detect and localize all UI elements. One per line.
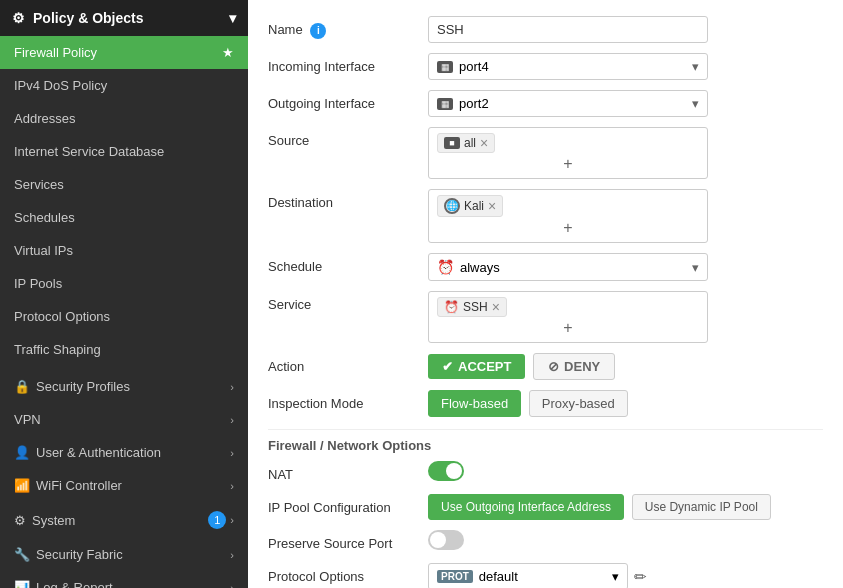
use-outgoing-btn[interactable]: Use Outgoing Interface Address — [428, 494, 624, 520]
lock-icon: 🔒 — [14, 379, 30, 394]
protocol-options-row: Protocol Options PROT default ▾ ✏ — [268, 563, 823, 588]
gear-icon: ⚙ — [14, 513, 26, 528]
schedule-dropdown[interactable]: ⏰ always ▾ — [428, 253, 708, 281]
destination-control: 🌐 Kali × + — [428, 189, 823, 243]
service-add-btn[interactable]: + — [437, 319, 699, 337]
edit-protocol-btn[interactable]: ✏ — [634, 568, 647, 586]
sidebar-item-label: System — [32, 513, 75, 528]
protocol-options-dropdown[interactable]: PROT default ▾ — [428, 563, 628, 588]
sidebar-item-security-profiles[interactable]: 🔒 Security Profiles › — [0, 370, 248, 403]
dropdown-arrow-icon: ▾ — [612, 569, 619, 584]
sidebar-item-label: User & Authentication — [36, 445, 161, 460]
destination-add-btn[interactable]: + — [437, 219, 699, 237]
nat-toggle[interactable] — [428, 461, 464, 481]
use-dynamic-btn[interactable]: Use Dynamic IP Pool — [632, 494, 771, 520]
source-control: ■ all × + — [428, 127, 823, 179]
sidebar-item-system[interactable]: ⚙ System 1 › — [0, 502, 248, 538]
sidebar-item-log-report[interactable]: 📊 Log & Report › — [0, 571, 248, 588]
destination-remove-btn[interactable]: × — [488, 199, 496, 213]
sidebar-item-services[interactable]: Services — [0, 168, 248, 201]
source-row: Source ■ all × + — [268, 127, 823, 179]
log-icon: 📊 — [14, 580, 30, 588]
accept-button[interactable]: ✔ ACCEPT — [428, 354, 525, 379]
source-tag-box[interactable]: ■ all × + — [428, 127, 708, 179]
nat-control — [428, 461, 823, 484]
sidebar-item-user-auth[interactable]: 👤 User & Authentication › — [0, 436, 248, 469]
sidebar-item-protocol-options[interactable]: Protocol Options — [0, 300, 248, 333]
sidebar-header-left: ⚙ Policy & Objects — [12, 10, 143, 26]
destination-tag-box[interactable]: 🌐 Kali × + — [428, 189, 708, 243]
service-remove-btn[interactable]: × — [492, 300, 500, 314]
sidebar-item-traffic-shaping[interactable]: Traffic Shaping — [0, 333, 248, 366]
outgoing-interface-dropdown[interactable]: ▦ port2 ▾ — [428, 90, 708, 117]
sidebar-item-label: Schedules — [14, 210, 75, 225]
sidebar-item-ip-pools[interactable]: IP Pools — [0, 267, 248, 300]
checkmark-icon: ✔ — [442, 359, 453, 374]
schedule-value: always — [460, 260, 500, 275]
destination-row: Destination 🌐 Kali × + — [268, 189, 823, 243]
sidebar-item-firewall-policy[interactable]: Firewall Policy ★ — [0, 36, 248, 69]
deny-button[interactable]: ⊘ DENY — [533, 353, 615, 380]
dropdown-arrow-icon: ▾ — [692, 59, 699, 74]
sidebar-item-vpn[interactable]: VPN › — [0, 403, 248, 436]
sidebar-item-internet-service-db[interactable]: Internet Service Database — [0, 135, 248, 168]
schedule-control: ⏰ always ▾ — [428, 253, 823, 281]
sidebar-item-addresses[interactable]: Addresses — [0, 102, 248, 135]
flow-based-button[interactable]: Flow-based — [428, 390, 521, 417]
sidebar: ⚙ Policy & Objects ▾ Firewall Policy ★ I… — [0, 0, 248, 588]
action-control: ✔ ACCEPT ⊘ DENY — [428, 353, 823, 380]
incoming-interface-row: Incoming Interface ▦ port4 ▾ — [268, 53, 823, 80]
chevron-right-icon: › — [230, 447, 234, 459]
ip-pool-row: IP Pool Configuration Use Outgoing Inter… — [268, 494, 823, 520]
outgoing-interface-value: port2 — [459, 96, 489, 111]
sidebar-item-ipv4-dos[interactable]: IPv4 DoS Policy — [0, 69, 248, 102]
preserve-source-port-row: Preserve Source Port — [268, 530, 823, 553]
outgoing-interface-control: ▦ port2 ▾ — [428, 90, 823, 117]
sidebar-item-label: Addresses — [14, 111, 75, 126]
sidebar-item-security-fabric[interactable]: 🔧 Security Fabric › — [0, 538, 248, 571]
nat-row: NAT — [268, 461, 823, 484]
preserve-source-port-toggle[interactable] — [428, 530, 464, 550]
sidebar-item-label: WiFi Controller — [36, 478, 122, 493]
fabric-icon: 🔧 — [14, 547, 30, 562]
outgoing-interface-row: Outgoing Interface ▦ port2 ▾ — [268, 90, 823, 117]
chevron-right-icon: › — [230, 549, 234, 561]
destination-label: Destination — [268, 189, 428, 210]
source-tag: ■ all × — [437, 133, 495, 153]
incoming-interface-value: port4 — [459, 59, 489, 74]
sidebar-item-label: Security Profiles — [36, 379, 130, 394]
sidebar-item-schedules[interactable]: Schedules — [0, 201, 248, 234]
inspection-mode-label: Inspection Mode — [268, 390, 428, 411]
wifi-icon: 📶 — [14, 478, 30, 493]
source-remove-btn[interactable]: × — [480, 136, 488, 150]
ip-pool-label: IP Pool Configuration — [268, 494, 428, 515]
service-tag-box[interactable]: ⏰ SSH × + — [428, 291, 708, 343]
service-label: Service — [268, 291, 428, 312]
chevron-right-icon: › — [230, 480, 234, 492]
inspection-mode-row: Inspection Mode Flow-based Proxy-based — [268, 390, 823, 417]
sidebar-item-label: Traffic Shaping — [14, 342, 101, 357]
name-input[interactable] — [428, 16, 708, 43]
sidebar-collapse-icon[interactable]: ▾ — [229, 10, 236, 26]
sidebar-item-label: Firewall Policy — [14, 45, 97, 60]
sidebar-item-wifi[interactable]: 📶 WiFi Controller › — [0, 469, 248, 502]
incoming-interface-dropdown[interactable]: ▦ port4 ▾ — [428, 53, 708, 80]
dropdown-arrow-icon: ▾ — [692, 260, 699, 275]
service-icon: ⏰ — [444, 300, 459, 314]
sidebar-item-label: Virtual IPs — [14, 243, 73, 258]
name-label: Name i — [268, 16, 428, 39]
proxy-based-button[interactable]: Proxy-based — [529, 390, 628, 417]
sidebar-item-label: Services — [14, 177, 64, 192]
proto-badge: PROT — [437, 570, 473, 583]
preserve-source-port-label: Preserve Source Port — [268, 530, 428, 551]
service-row: Service ⏰ SSH × + — [268, 291, 823, 343]
source-add-btn[interactable]: + — [437, 155, 699, 173]
chevron-right-icon: › — [230, 381, 234, 393]
policy-icon: ⚙ — [12, 10, 25, 26]
deny-icon: ⊘ — [548, 359, 559, 374]
sidebar-item-virtual-ips[interactable]: Virtual IPs — [0, 234, 248, 267]
chevron-right-icon: › — [230, 582, 234, 589]
sidebar-item-label: Log & Report — [36, 580, 113, 588]
system-badge: 1 — [208, 511, 226, 529]
outgoing-interface-label: Outgoing Interface — [268, 90, 428, 111]
